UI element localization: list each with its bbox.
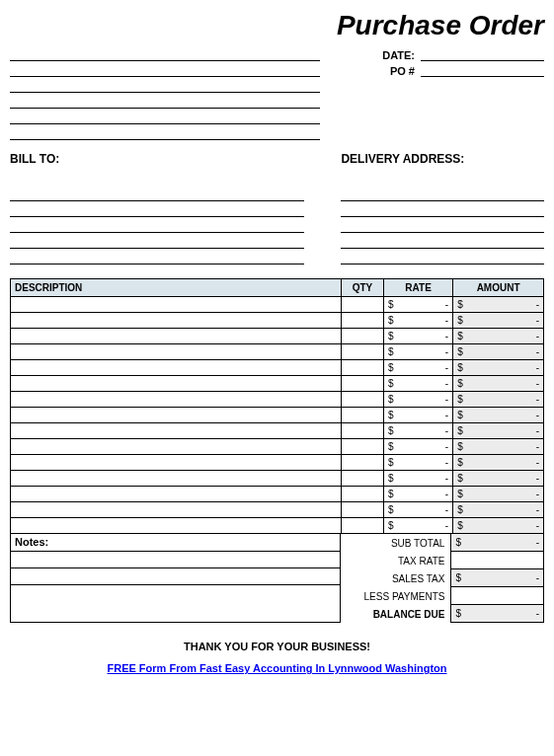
rate-cell[interactable]: $- [384, 344, 453, 360]
vendor-line[interactable] [10, 109, 320, 124]
notes-line[interactable] [11, 585, 340, 602]
table-row: $-$- [11, 313, 544, 329]
table-row: $-$- [11, 392, 544, 408]
amount-cell: $- [453, 376, 544, 392]
taxrate-field[interactable] [450, 552, 544, 569]
qty-cell[interactable] [341, 408, 383, 423]
desc-cell[interactable] [11, 392, 342, 408]
qty-cell[interactable] [341, 376, 383, 392]
table-row: $-$- [11, 376, 544, 392]
delivery-line[interactable] [341, 217, 544, 233]
rate-cell[interactable]: $- [384, 455, 453, 471]
delivery-address-label: DELIVERY ADDRESS: [341, 152, 544, 166]
balancedue-row: BALANCE DUE $- [341, 605, 544, 623]
qty-cell[interactable] [341, 344, 383, 360]
amount-cell: $- [453, 518, 544, 534]
rate-cell[interactable]: $- [384, 439, 453, 455]
rate-cell[interactable]: $- [384, 297, 453, 313]
po-field[interactable] [421, 61, 544, 77]
desc-cell[interactable] [11, 487, 342, 502]
subtotal-row: SUB TOTAL $- [341, 534, 544, 552]
table-row: $-$- [11, 297, 544, 313]
rate-cell[interactable]: $- [384, 408, 453, 423]
subtotal-value: $- [450, 534, 544, 552]
qty-cell[interactable] [341, 439, 383, 455]
amount-cell: $- [453, 392, 544, 408]
desc-cell[interactable] [11, 455, 342, 471]
vendor-line[interactable] [10, 124, 320, 140]
vendor-line[interactable] [10, 77, 320, 93]
desc-cell[interactable] [11, 313, 342, 329]
notes-line[interactable] [11, 552, 340, 568]
po-row: PO # [320, 61, 544, 77]
amount-cell: $- [453, 297, 544, 313]
rate-cell[interactable]: $- [384, 502, 453, 518]
bill-to-lines [10, 186, 304, 265]
qty-cell[interactable] [341, 297, 383, 313]
header-qty: QTY [341, 279, 383, 297]
desc-cell[interactable] [11, 471, 342, 487]
delivery-line[interactable] [341, 186, 544, 201]
table-row: $-$- [11, 439, 544, 455]
thank-you-text: THANK YOU FOR YOUR BUSINESS! [10, 641, 544, 652]
qty-cell[interactable] [341, 423, 383, 439]
desc-cell[interactable] [11, 423, 342, 439]
amount-cell: $- [453, 360, 544, 376]
table-row: $-$- [11, 423, 544, 439]
balancedue-value: $- [450, 605, 544, 623]
lesspayments-field[interactable] [450, 587, 544, 605]
qty-cell[interactable] [341, 329, 383, 344]
bill-to-line[interactable] [10, 249, 304, 265]
rate-cell[interactable]: $- [384, 423, 453, 439]
desc-cell[interactable] [11, 502, 342, 518]
rate-cell[interactable]: $- [384, 360, 453, 376]
amount-cell: $- [453, 471, 544, 487]
header-left-lines [10, 45, 320, 140]
delivery-line[interactable] [341, 201, 544, 217]
rate-cell[interactable]: $- [384, 518, 453, 534]
amount-cell: $- [453, 502, 544, 518]
footer-link-anchor[interactable]: FREE Form From Fast Easy Accounting In L… [107, 662, 446, 674]
desc-cell[interactable] [11, 297, 342, 313]
amount-cell: $- [453, 313, 544, 329]
delivery-line[interactable] [341, 249, 544, 265]
delivery-line[interactable] [341, 233, 544, 249]
desc-cell[interactable] [11, 329, 342, 344]
rate-cell[interactable]: $- [384, 392, 453, 408]
bill-to-line[interactable] [10, 233, 304, 249]
rate-cell[interactable]: $- [384, 313, 453, 329]
desc-cell[interactable] [11, 344, 342, 360]
qty-cell[interactable] [341, 392, 383, 408]
desc-cell[interactable] [11, 376, 342, 392]
rate-cell[interactable]: $- [384, 487, 453, 502]
bill-to-line[interactable] [10, 217, 304, 233]
header-amount: AMOUNT [453, 279, 544, 297]
notes-line[interactable] [11, 568, 340, 585]
table-row: $-$- [11, 471, 544, 487]
bill-to-line[interactable] [10, 201, 304, 217]
date-field[interactable] [421, 45, 544, 61]
balancedue-label: BALANCE DUE [341, 605, 450, 623]
rate-cell[interactable]: $- [384, 471, 453, 487]
desc-cell[interactable] [11, 518, 342, 534]
qty-cell[interactable] [341, 518, 383, 534]
rate-cell[interactable]: $- [384, 329, 453, 344]
qty-cell[interactable] [341, 487, 383, 502]
qty-cell[interactable] [341, 313, 383, 329]
amount-cell: $- [453, 344, 544, 360]
vendor-line[interactable] [10, 93, 320, 109]
bill-to-line[interactable] [10, 186, 304, 201]
desc-cell[interactable] [11, 360, 342, 376]
qty-cell[interactable] [341, 502, 383, 518]
vendor-line[interactable] [10, 45, 320, 61]
totals-box: SUB TOTAL $- TAX RATE SALES TAX $- LESS … [341, 534, 544, 623]
qty-cell[interactable] [341, 360, 383, 376]
qty-cell[interactable] [341, 471, 383, 487]
salestax-row: SALES TAX $- [341, 569, 544, 587]
desc-cell[interactable] [11, 408, 342, 423]
qty-cell[interactable] [341, 455, 383, 471]
vendor-line[interactable] [10, 61, 320, 77]
desc-cell[interactable] [11, 439, 342, 455]
delivery-lines [341, 186, 544, 265]
rate-cell[interactable]: $- [384, 376, 453, 392]
